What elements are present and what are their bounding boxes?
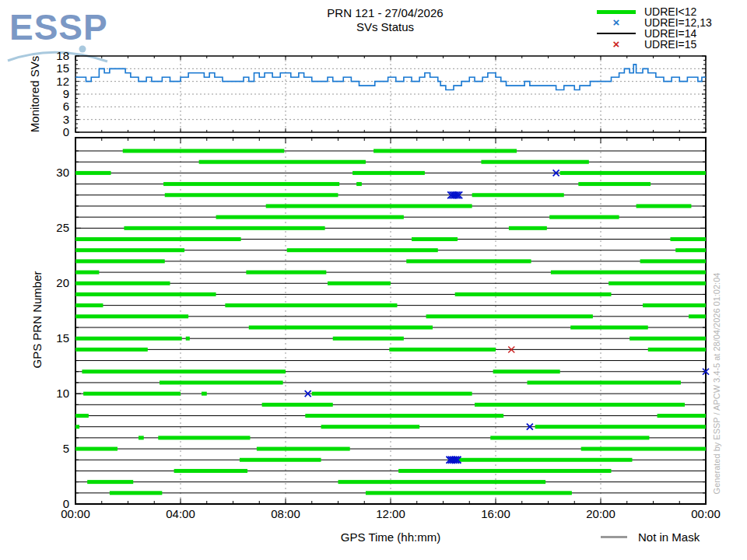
visibility-segment xyxy=(287,248,438,252)
visibility-segment xyxy=(475,403,685,407)
visibility-segment xyxy=(640,259,706,263)
visibility-segment xyxy=(199,160,366,164)
not-in-mask-legend: Not in Mask xyxy=(601,530,700,544)
visibility-segment xyxy=(658,414,706,418)
y-tick-label: 3 xyxy=(63,113,69,126)
visibility-segment xyxy=(328,282,391,285)
visibility-segment xyxy=(186,337,190,341)
visibility-segment xyxy=(225,303,397,307)
visibility-segment xyxy=(246,271,326,275)
visibility-segment xyxy=(165,193,338,197)
visibility-segment xyxy=(75,292,216,296)
not-in-mask-label: Not in Mask xyxy=(638,530,700,544)
visibility-segment xyxy=(124,226,324,230)
visibility-segment xyxy=(481,160,588,164)
visibility-segment xyxy=(240,458,321,462)
visibility-segment xyxy=(426,314,593,318)
visibility-segment xyxy=(570,326,648,330)
y-tick-label: 15 xyxy=(56,331,69,345)
gray-line-icon xyxy=(601,536,627,538)
y-tick-label: 12 xyxy=(56,75,69,88)
visibility-segment xyxy=(312,392,472,396)
svs-status-page: ESSP PRN 121 - 27/04/2026 SVs Status UDR… xyxy=(0,0,747,560)
visibility-segment xyxy=(490,436,649,439)
visibility-segment xyxy=(509,226,547,230)
visibility-segment xyxy=(581,447,706,451)
visibility-segment xyxy=(163,182,339,186)
visibility-segment xyxy=(75,425,79,429)
visibility-segment xyxy=(412,237,458,241)
visibility-segment xyxy=(670,237,706,241)
visibility-segment xyxy=(139,436,144,439)
visibility-segment xyxy=(262,403,333,407)
visibility-segment xyxy=(174,469,248,473)
visibility-segment xyxy=(398,469,611,473)
visibility-segment xyxy=(630,337,706,341)
visibility-segment xyxy=(75,237,241,241)
x-tick-label: 20:00 xyxy=(586,507,615,520)
visibility-segment xyxy=(249,326,433,330)
visibility-segment xyxy=(648,348,706,352)
visibility-segment xyxy=(551,271,706,275)
visibility-segment xyxy=(406,259,531,263)
visibility-segment xyxy=(528,380,681,384)
x-tick-label: 08:00 xyxy=(271,507,300,520)
visibility-segment xyxy=(160,380,283,384)
x-tick-label: 04:00 xyxy=(166,507,195,520)
y-tick-label: 30 xyxy=(56,166,69,179)
visibility-segment xyxy=(560,171,706,175)
visibility-segment xyxy=(472,193,564,197)
visibility-segment xyxy=(321,425,420,429)
visibility-segment xyxy=(75,171,111,175)
visibility-segment xyxy=(643,303,706,307)
visibility-segment xyxy=(689,314,706,318)
visibility-segment xyxy=(75,447,117,451)
visibility-segment xyxy=(637,204,692,208)
visibility-segment xyxy=(75,348,148,352)
visibility-segment xyxy=(338,480,546,484)
y-tick-label: 5 xyxy=(63,442,69,455)
x-tick-label: 16:00 xyxy=(481,507,510,520)
visibility-segment xyxy=(75,248,184,252)
y-tick-label: 10 xyxy=(56,387,69,400)
visibility-segment xyxy=(356,182,362,186)
generated-watermark: Generated by ESSP / APCW 3.4-5 at 28/04/… xyxy=(712,255,721,512)
visibility-segment xyxy=(459,458,633,462)
y-tick-label: 15 xyxy=(56,61,69,75)
visibility-segment xyxy=(675,248,706,252)
x-tick-label: 12:00 xyxy=(376,507,405,520)
visibility-segment xyxy=(535,425,706,429)
visibility-segment xyxy=(123,149,285,153)
svs-status-plots: 036912151805101520253000:0004:0008:0012:… xyxy=(0,0,747,560)
visibility-segment xyxy=(216,215,404,219)
visibility-segment xyxy=(110,491,163,495)
visibility-segment xyxy=(75,282,170,285)
y-tick-label: 0 xyxy=(63,125,69,138)
y-tick-label: 20 xyxy=(56,276,69,289)
visibility-segment xyxy=(493,369,560,373)
y-tick-label: 6 xyxy=(63,100,69,113)
visibility-segment xyxy=(366,491,572,495)
y-tick-label: 25 xyxy=(56,221,69,234)
visibility-segment xyxy=(202,392,207,396)
y-tick-label: 18 xyxy=(56,49,69,62)
visibility-segment xyxy=(75,414,89,418)
visibility-segment xyxy=(305,414,503,418)
visibility-segment xyxy=(389,348,496,352)
visibility-segment xyxy=(455,292,612,296)
y-tick-label: 9 xyxy=(63,87,69,100)
visibility-segment xyxy=(549,215,619,219)
visibility-segment xyxy=(75,259,165,263)
visibility-segment xyxy=(158,436,250,439)
visibility-segment xyxy=(75,303,103,307)
visibility-segment xyxy=(83,392,181,396)
visibility-segment xyxy=(266,204,472,208)
visibility-segment xyxy=(352,171,425,175)
visibility-segment xyxy=(578,182,651,186)
visibility-segment xyxy=(374,149,517,153)
visibility-segment xyxy=(333,337,404,341)
visibility-segment xyxy=(75,337,182,341)
x-tick-label: 00:00 xyxy=(61,507,90,520)
visibility-segment xyxy=(87,480,133,484)
visibility-segment xyxy=(608,282,706,285)
